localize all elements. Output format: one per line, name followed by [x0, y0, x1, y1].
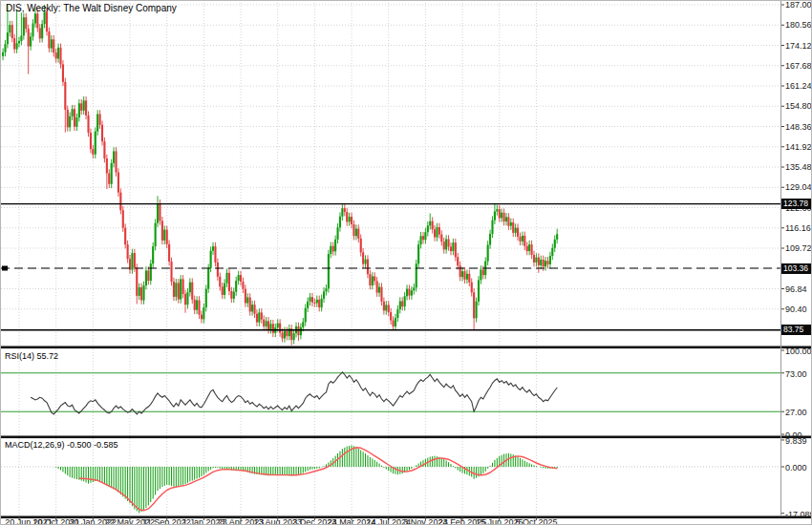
rsi-level-lines [1, 373, 780, 411]
grid-layer [1, 3, 780, 516]
chart-canvas[interactable] [1, 1, 812, 525]
trading-chart-window: DIS, Weekly: The Walt Disney Company RSI… [0, 0, 812, 525]
rsi-line [31, 372, 557, 414]
candlestick-series [2, 5, 558, 346]
